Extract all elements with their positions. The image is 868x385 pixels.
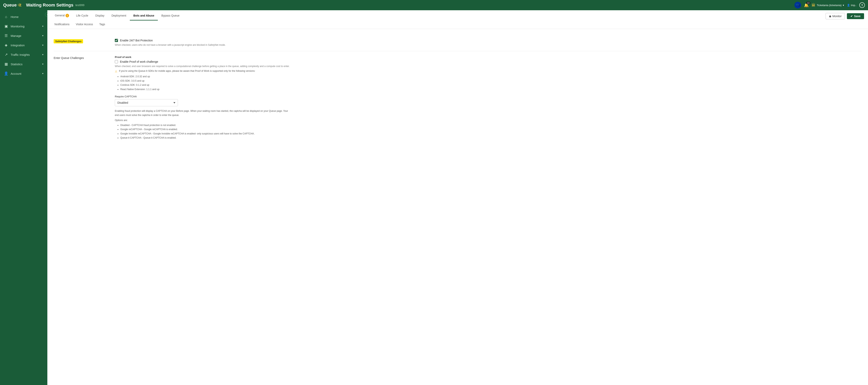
proof-of-work-block: Proof of work Enable Proof of work chall… [115,56,862,92]
sdk-cordova: Cordova SDK: 0.1.2 and up [120,83,862,87]
bot-protection-help-text: When checked, users who do not have a br… [115,43,862,47]
tab-visitor-access-label: Visitor Access [76,23,93,26]
impersonate-label: Imp.. [851,4,857,7]
tab-lifecycle-label: Life Cycle [76,14,88,17]
queue-id: test999 [75,4,85,7]
sidebar-item-integration[interactable]: ◈ Integration ▾ [0,40,48,50]
tab-display[interactable]: Display [92,11,108,21]
tab-deployment[interactable]: Deployment [108,11,130,21]
enter-queue-label: Enter Queue Challenges [54,56,109,140]
page-title-area: Waiting Room Settings test999 [26,3,795,8]
nav-right: 🇪🇺 🔔 13 🏛 Ticketania (ticketania) ▾ 👤 Im… [795,2,865,8]
monitor-button-label: Monitor [833,14,842,18]
proof-of-work-warning-text: If you're using the Queue-It SDKs for mo… [119,70,255,72]
statistics-icon: ▦ [4,62,8,66]
proof-of-work-help: When checked, end user browsers are requ… [115,64,862,68]
safety-net-highlight: SafetyNet Challenges [54,39,83,43]
captcha-opt-queueit: Queue-it CAPTCHA - Queue-it CAPTCHA is e… [120,136,292,140]
captcha-opt-disabled: Disabled - CAPTCHA fraud protection is n… [120,123,292,128]
enter-queue-section: Enter Queue Challenges Proof of work Ena… [54,51,862,145]
chevron-down-icon-6: ▾ [42,72,43,75]
captcha-options-list: Disabled - CAPTCHA fraud protection is n… [115,123,292,140]
tabs-row: General1 Life Cycle Display Deployment B… [51,10,183,29]
captcha-options-label: Options are: [115,118,292,122]
traffic-insights-icon: ↗ [4,53,8,57]
page-title: Waiting Room Settings [26,3,73,8]
tab-bypass-queue[interactable]: Bypass Queue [158,11,183,21]
enter-queue-content: Proof of work Enable Proof of work chall… [115,56,862,140]
sidebar-item-traffic-insights[interactable]: ↗ Traffic Insights ▾ [0,50,48,59]
captcha-select[interactable]: DisabledGoogle reCAPTCHAGoogle Invisible… [115,99,178,106]
eye-icon: ◉ [829,14,831,18]
chevron-down-icon-5: ▾ [42,63,43,65]
tab-display-label: Display [95,14,104,17]
sidebar-label-manage: Manage [11,34,21,37]
tab-visitor-access[interactable]: Visitor Access [72,21,96,28]
sidebar-label-home: Home [11,15,19,19]
tab-bypass-queue-label: Bypass Queue [161,14,180,17]
sidebar-item-home[interactable]: ⌂ Home [0,12,48,22]
sidebar: ‹ ⌂ Home ▣ Monitoring ▾ ☰ Manage ▾ ◈ Int… [0,10,48,385]
sidebar-label-monitoring: Monitoring [11,25,25,28]
safety-net-content: Enable 24/7 Bot Protection When checked,… [115,39,862,47]
eu-flag-icon[interactable]: 🇪🇺 [795,2,801,8]
bot-protection-row: Enable 24/7 Bot Protection [115,39,862,42]
main-content: General1 Life Cycle Display Deployment B… [48,10,868,385]
bot-protection-checkbox[interactable] [115,39,118,42]
bot-protection-label[interactable]: Enable 24/7 Bot Protection [120,39,153,42]
chevron-down-icon: ▾ [42,25,43,28]
sdk-react-native: React Native Extension: 1.1.1 and up [120,87,862,92]
chevron-left-icon: ‹ [47,13,48,16]
chevron-down-icon-2: ▾ [42,34,43,37]
help-button[interactable]: ? [859,2,865,8]
tab-bots-abuse-label: Bots and Abuse [133,14,154,17]
captcha-block: Require CAPTCHA DisabledGoogle reCAPTCHA… [115,95,862,140]
sdk-ios: iOS-SDK: 3.0.5 and up [120,79,862,83]
tab-lifecycle[interactable]: Life Cycle [72,11,92,21]
sidebar-item-account[interactable]: 👤 Account ▾ [0,69,48,78]
sdk-list: Android-SDK: 2.0.32 and up iOS-SDK: 3.0.… [115,74,862,92]
tab-notifications[interactable]: Notifications [51,21,72,28]
home-icon: ⌂ [4,15,8,19]
account-icon: 👤 [4,71,8,76]
sidebar-label-traffic-insights: Traffic Insights [11,53,30,56]
safety-net-label: SafetyNet Challenges [54,39,109,47]
tab-general-badge: 1 [65,14,69,18]
sidebar-item-statistics[interactable]: ▦ Statistics ▾ [0,59,48,69]
tab-general-label: General [55,14,65,17]
tab-bots-abuse[interactable]: Bots and Abuse [130,11,158,21]
sdk-android: Android-SDK: 2.0.32 and up [120,74,862,79]
content-area: SafetyNet Challenges Enable 24/7 Bot Pro… [48,29,868,150]
captcha-help-paragraph: Enabling fraud protection will display a… [115,109,288,116]
notification-badge: 13 [806,2,810,4]
sidebar-label-statistics: Statistics [11,63,23,66]
proof-of-work-label[interactable]: Enable Proof of work challenge [120,60,158,63]
monitor-button[interactable]: ◉ Monitor [826,13,845,19]
safety-net-section: SafetyNet Challenges Enable 24/7 Bot Pro… [54,34,862,51]
captcha-field-label: Require CAPTCHA [115,95,862,98]
tab-tags-label: Tags [99,23,105,26]
tabs-top: General1 Life Cycle Display Deployment B… [51,10,183,21]
help-icon: ? [861,4,863,7]
save-button-label: Save [854,14,861,18]
tabs-actions: ◉ Monitor ✔ Save [826,10,864,21]
impersonate-icon: 👤 [847,4,850,7]
chevron-down-icon-3: ▾ [42,44,43,46]
logo-text: Queue [3,3,17,8]
impersonate-button[interactable]: 👤 Imp.. [847,4,857,7]
tenant-icon: 🏛 [812,3,815,7]
tab-tags[interactable]: Tags [96,21,108,28]
sidebar-item-monitoring[interactable]: ▣ Monitoring ▾ [0,22,48,31]
captcha-help-text: Enabling fraud protection will display a… [115,109,292,140]
notifications-button[interactable]: 🔔 13 [804,3,809,7]
tenant-chevron-icon: ▾ [843,4,844,7]
save-button[interactable]: ✔ Save [847,13,864,19]
sidebar-label-account: Account [11,72,21,75]
tab-general[interactable]: General1 [51,11,72,21]
proof-of-work-title: Proof of work [115,56,862,59]
tenant-button[interactable]: 🏛 Ticketania (ticketania) ▾ [812,3,844,7]
sidebar-item-manage[interactable]: ☰ Manage ▾ [0,31,48,40]
proof-of-work-checkbox[interactable] [115,60,118,63]
tenant-label: Ticketania (ticketania) [817,4,842,7]
proof-of-work-warning: ⚠ If you're using the Queue-It SDKs for … [115,70,862,73]
